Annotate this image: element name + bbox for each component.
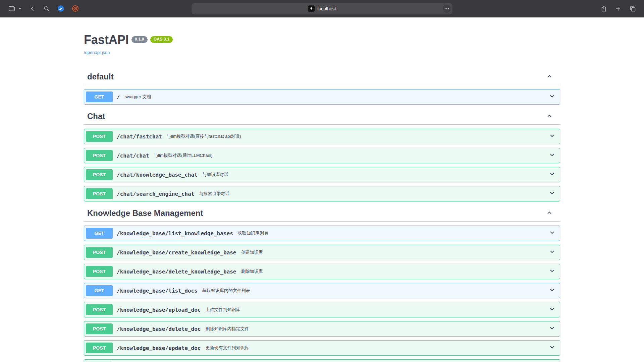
operation-path: /chat/search_engine_chat <box>113 191 198 197</box>
operation-description: 与llm模型对话(直接与fastchat api对话) <box>165 133 549 139</box>
operation-path: /knowledge_base/delete_doc <box>113 326 204 332</box>
lightning-icon <box>310 7 313 10</box>
operation-description: 创建知识库 <box>239 249 549 255</box>
operation-summary-bar[interactable]: POST /knowledge_base/delete_doc 删除知识库内指定… <box>84 321 560 336</box>
chevron-down-icon <box>549 325 555 331</box>
method-badge: GET <box>86 92 113 102</box>
expand-operation-button[interactable] <box>549 344 555 352</box>
chevron-down-icon <box>549 171 555 177</box>
chevron-up-icon <box>546 113 553 119</box>
orange-extension-button[interactable] <box>71 4 79 13</box>
operation-row[interactable]: POST /knowledge_base/delete_doc 删除知识库内指定… <box>84 321 560 337</box>
method-badge: POST <box>86 169 113 180</box>
operation-row[interactable]: GET /knowledge_base/list_docs 获取知识库内的文件列… <box>84 283 560 298</box>
operation-row[interactable]: POST /chat/knowledge_base_chat 与知识库对话 <box>84 167 560 182</box>
expand-operation-button[interactable] <box>549 306 555 314</box>
operation-row[interactable]: POST /chat/fastchat 与llm模型对话(直接与fastchat… <box>84 129 560 144</box>
method-badge: POST <box>86 150 113 161</box>
content-wrapper: FastAPI0.1.0OAS 3.1 /openapi.json defaul… <box>77 17 567 362</box>
search-icon <box>43 5 50 12</box>
chevron-down-icon <box>549 267 555 274</box>
operation-path: / <box>113 94 123 100</box>
operation-path: /knowledge_base/create_knowledge_base <box>113 249 239 256</box>
new-tab-button[interactable] <box>614 5 622 12</box>
operation-summary-bar[interactable]: GET /knowledge_base/list_docs 获取知识库内的文件列… <box>84 283 560 298</box>
chevron-down-icon <box>549 306 555 312</box>
toolbar-right-group <box>600 5 637 13</box>
operation-description: swagger 文档 <box>123 94 549 100</box>
operation-summary-bar[interactable]: POST /chat/fastchat 与llm模型对话(直接与fastchat… <box>84 129 560 144</box>
expand-operation-button[interactable] <box>549 171 555 179</box>
address-bar[interactable]: localhost <box>192 3 452 14</box>
blue-extension-button[interactable] <box>57 4 65 13</box>
share-button[interactable] <box>600 5 608 13</box>
expand-operation-button[interactable] <box>549 248 555 256</box>
expand-operation-button[interactable] <box>549 287 555 295</box>
expand-operation-button[interactable] <box>549 93 555 101</box>
operation-row[interactable]: GET / swagger 文档 <box>84 89 560 105</box>
collapse-section-button[interactable] <box>545 72 553 81</box>
expand-operation-button[interactable] <box>549 267 555 276</box>
chevron-up-icon <box>546 209 553 216</box>
operation-summary-bar[interactable]: POST /knowledge_base/delete_knowledge_ba… <box>84 264 560 279</box>
section-title: Knowledge Base Management <box>87 208 545 218</box>
tab-overview-icon <box>629 5 636 12</box>
operation-summary-bar[interactable]: GET / swagger 文档 <box>84 89 560 104</box>
method-badge: POST <box>86 131 113 142</box>
section-header[interactable]: Chat <box>84 108 560 125</box>
method-badge: POST <box>86 247 113 258</box>
operation-summary-bar[interactable]: GET /knowledge_base/list_knowledge_bases… <box>84 226 560 241</box>
operation-path: /knowledge_base/upload_doc <box>113 307 204 313</box>
operation-summary-bar[interactable]: POST /chat/search_engine_chat 与搜索引擎对话 <box>84 186 560 201</box>
operation-description: 删除知识库 <box>239 268 549 275</box>
sidebar-icon <box>8 5 15 12</box>
operation-row[interactable]: POST /knowledge_base/create_knowledge_ba… <box>84 245 560 260</box>
operation-row[interactable]: POST /chat/search_engine_chat 与搜索引擎对话 <box>84 186 560 201</box>
operation-summary-bar[interactable]: POST /chat/knowledge_base_chat 与知识库对话 <box>84 167 560 182</box>
api-section: default GET / swagger 文档 <box>84 69 560 105</box>
orange-extension-icon <box>72 5 79 12</box>
operation-row[interactable]: POST /knowledge_base/update_doc 更新现有文件到知… <box>84 340 560 356</box>
method-badge: POST <box>86 323 113 334</box>
section-title: Chat <box>87 112 545 121</box>
collapse-section-button[interactable] <box>545 209 553 218</box>
operation-summary-bar[interactable]: POST /knowledge_base/update_doc 更新现有文件到知… <box>84 341 560 355</box>
operation-row[interactable]: POST /knowledge_base/upload_doc 上传文件到知识库 <box>84 302 560 317</box>
section-operations: GET / swagger 文档 <box>84 85 560 105</box>
operation-summary-bar[interactable]: POST /chat/chat 与llm模型对话(通过LLMChain) <box>84 148 560 163</box>
chevron-up-icon <box>546 73 553 80</box>
expand-operation-button[interactable] <box>549 325 555 333</box>
collapse-section-button[interactable] <box>545 112 553 121</box>
site-favicon <box>308 5 315 12</box>
operation-summary-bar[interactable]: POST /knowledge_base/recreate_vector_sto… <box>84 360 560 362</box>
operation-description: 与llm模型对话(通过LLMChain) <box>152 153 549 159</box>
ellipsis-icon <box>444 8 449 9</box>
operation-summary-bar[interactable]: POST /knowledge_base/upload_doc 上传文件到知识库 <box>84 302 560 317</box>
api-info: FastAPI0.1.0OAS 3.1 /openapi.json <box>84 17 560 55</box>
method-badge: GET <box>86 285 113 296</box>
swagger-page: FastAPI0.1.0OAS 3.1 /openapi.json defaul… <box>0 17 644 362</box>
section-header[interactable]: Knowledge Base Management <box>84 205 560 222</box>
operation-description: 与知识库对话 <box>201 172 549 178</box>
operation-row[interactable]: POST /chat/chat 与llm模型对话(通过LLMChain) <box>84 148 560 163</box>
plus-icon <box>615 6 621 12</box>
operation-row[interactable]: POST /knowledge_base/delete_knowledge_ba… <box>84 264 560 279</box>
expand-operation-button[interactable] <box>549 132 555 140</box>
operation-row[interactable]: GET /knowledge_base/list_knowledge_bases… <box>84 226 560 241</box>
back-button[interactable] <box>29 5 37 13</box>
expand-operation-button[interactable] <box>549 152 555 160</box>
openapi-spec-link[interactable]: /openapi.json <box>84 50 110 55</box>
operation-row[interactable]: POST /knowledge_base/recreate_vector_sto… <box>84 359 560 362</box>
tab-overview-button[interactable] <box>629 5 637 13</box>
page-settings-button[interactable] <box>443 5 451 13</box>
search-button[interactable] <box>43 5 51 13</box>
api-title-text: FastAPI <box>84 33 129 47</box>
section-header[interactable]: default <box>84 69 560 85</box>
operation-summary-bar[interactable]: POST /knowledge_base/create_knowledge_ba… <box>84 245 560 260</box>
method-badge: GET <box>86 228 113 239</box>
expand-operation-button[interactable] <box>549 190 555 198</box>
sidebar-menu-chevron-button[interactable] <box>17 6 22 11</box>
chevron-down-icon <box>549 287 555 293</box>
sidebar-toggle-button[interactable] <box>7 4 16 13</box>
expand-operation-button[interactable] <box>549 229 555 237</box>
